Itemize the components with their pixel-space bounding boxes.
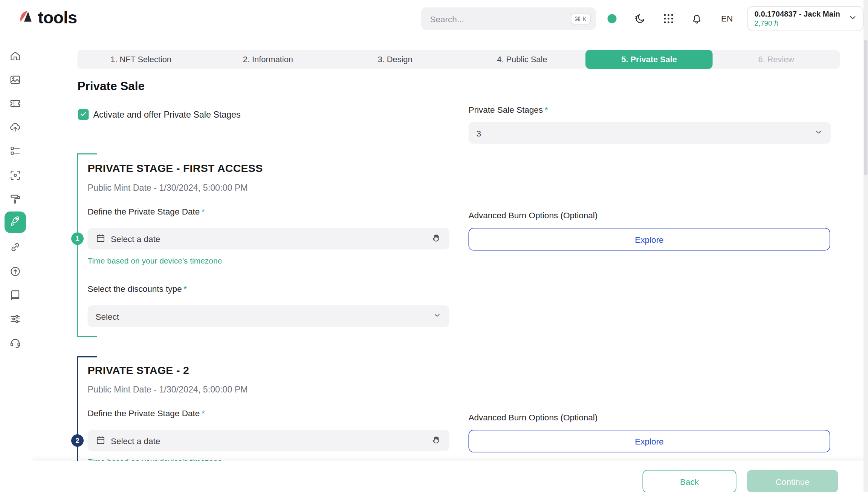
stage-1-explore-button[interactable]: Explore [469, 228, 830, 251]
cloud-upload-icon [9, 126, 21, 135]
upload-circle-icon [9, 270, 21, 280]
account-menu[interactable]: 0.0.1704837 - Jack Main 2,790 ℏ [747, 6, 863, 31]
top-bar: tools ⌘ K [0, 0, 868, 37]
step-design[interactable]: 3. Design [332, 50, 458, 69]
stage-2-date-label: Define the Private Stage Date* [88, 408, 205, 418]
stage-2-title: PRIVATE STAGE - 2 [88, 364, 189, 377]
account-id: 0.0.1704837 - Jack Main [755, 9, 848, 19]
search-input[interactable] [430, 14, 571, 24]
sidebar-item-link[interactable] [9, 241, 21, 253]
stepper: 1. NFT Selection 2. Information 3. Desig… [78, 50, 840, 69]
stage-2-badge: 2 [71, 434, 84, 447]
select-value: 3 [477, 128, 815, 138]
rocket-icon [9, 215, 21, 230]
footer-bar: Back Continue [31, 461, 868, 492]
required-marker: * [183, 284, 187, 294]
gallery-icon [9, 78, 21, 88]
app-logo[interactable]: tools [17, 8, 77, 27]
step-private-sale[interactable]: 5. Private Sale [585, 50, 712, 69]
paint-roller-icon [9, 198, 21, 207]
stage-1-discount-select[interactable]: Select [88, 305, 449, 327]
account-balance: 2,790 ℏ [755, 19, 848, 28]
sidebar-item-support[interactable] [9, 337, 21, 349]
date-placeholder: Select a date [111, 436, 431, 446]
step-information[interactable]: 2. Information [205, 50, 332, 69]
app: tools ⌘ K [0, 0, 868, 492]
logo-icon [17, 8, 34, 27]
scrollbar[interactable] [863, 0, 868, 492]
logo-text: tools [38, 8, 77, 27]
hand-icon [431, 233, 442, 245]
stage-1-timezone-note: Time based on your device's timezone [88, 256, 222, 265]
step-nft-selection[interactable]: 1. NFT Selection [78, 50, 205, 69]
sidebar-item-checklist[interactable] [9, 145, 21, 157]
activate-checkbox-label: Activate and offer Private Sale Stages [93, 110, 241, 120]
sidebar [0, 37, 31, 492]
stage-2-date-input[interactable]: Select a date [88, 430, 449, 451]
scan-icon [9, 174, 21, 184]
stage-1-badge: 1 [71, 233, 84, 245]
headset-icon [9, 341, 21, 351]
checklist-icon [9, 149, 21, 159]
scrollbar-thumb[interactable] [864, 40, 868, 175]
calendar-icon [96, 435, 111, 447]
date-placeholder: Select a date [111, 234, 431, 244]
search-bar[interactable]: ⌘ K [421, 8, 596, 30]
stage-1-date-input[interactable]: Select a date [88, 228, 449, 250]
stage-1-date-label: Define the Private Stage Date* [88, 207, 205, 216]
step-review[interactable]: 6. Review [713, 50, 840, 69]
stage-1-title: PRIVATE STAGE - FIRST ACCESS [88, 162, 263, 175]
stage-2-burn-options-label: Advanced Burn Options (Optional) [469, 412, 598, 422]
required-marker: * [545, 105, 548, 115]
sidebar-item-paint-roller[interactable] [9, 193, 21, 205]
stage-2-explore-button[interactable]: Explore [469, 430, 830, 452]
chevron-down-icon [848, 13, 857, 25]
continue-button[interactable]: Continue [747, 470, 838, 492]
hand-icon [431, 435, 442, 447]
required-marker: * [202, 207, 205, 216]
sidebar-item-home[interactable] [9, 50, 21, 62]
sidebar-item-scan[interactable] [9, 169, 21, 182]
step-public-sale[interactable]: 4. Public Sale [458, 50, 585, 69]
back-button[interactable]: Back [643, 470, 737, 492]
sidebar-item-upload[interactable] [9, 265, 21, 278]
private-sale-stages-label: Private Sale Stages* [469, 105, 548, 115]
required-marker: * [202, 408, 205, 418]
stage-1-burn-options-label: Advanced Burn Options (Optional) [469, 210, 598, 220]
calendar-icon [96, 233, 111, 245]
sidebar-item-gallery[interactable] [9, 74, 21, 86]
chevron-down-icon [433, 311, 442, 321]
stage-1-subtitle: Public Mint Date - 1/30/2024, 5:00:00 PM [88, 183, 248, 193]
sidebar-item-ticket[interactable] [9, 97, 21, 110]
sidebar-item-sliders[interactable] [9, 313, 21, 325]
stage-1-discount-label: Select the discounts type* [88, 284, 187, 294]
chevron-down-icon [815, 128, 823, 138]
page-title: Private Sale [78, 79, 145, 93]
sidebar-item-launchpad[interactable] [5, 212, 26, 233]
activate-private-sale-checkbox[interactable] [78, 109, 89, 120]
apps-grid-icon[interactable] [662, 12, 675, 25]
book-icon [9, 294, 21, 303]
theme-toggle-icon[interactable] [634, 12, 646, 25]
stage-2-subtitle: Public Mint Date - 1/30/2024, 5:00:00 PM [88, 385, 248, 395]
check-icon [80, 109, 87, 120]
notifications-bell-icon[interactable] [691, 12, 703, 25]
home-icon [9, 54, 21, 64]
sliders-icon [9, 317, 21, 327]
sidebar-item-book[interactable] [9, 289, 21, 302]
select-placeholder: Select [96, 311, 433, 321]
language-selector[interactable]: EN [721, 14, 733, 23]
sidebar-item-cloud-upload[interactable] [9, 121, 21, 133]
link-icon [9, 245, 21, 255]
ticket-icon [9, 102, 21, 112]
connection-status-dot [608, 14, 617, 23]
search-shortcut-badge: ⌘ K [570, 13, 590, 24]
private-sale-stages-select[interactable]: 3 [469, 122, 831, 144]
